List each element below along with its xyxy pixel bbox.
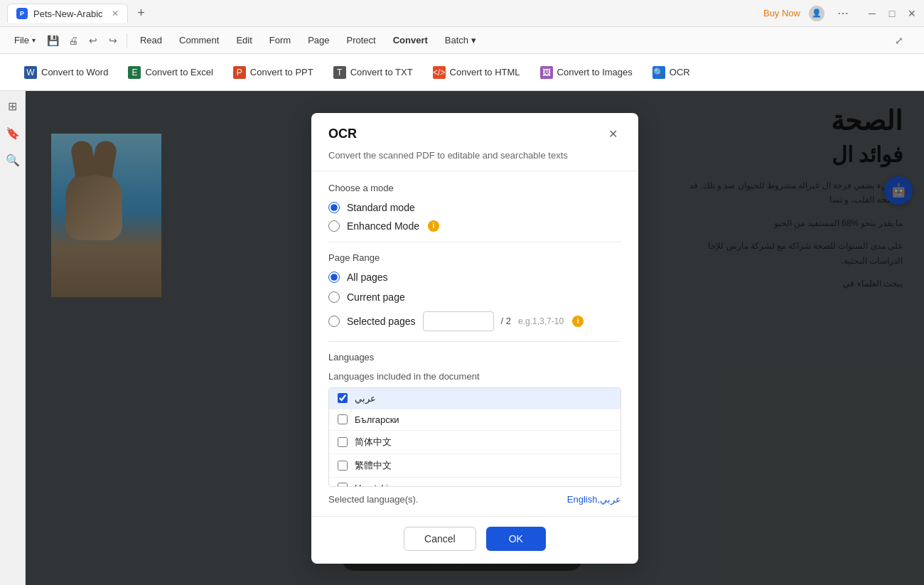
lang-item-bulgarian[interactable]: Български	[329, 409, 621, 431]
menu-read[interactable]: Read	[133, 32, 169, 48]
lang-checkbox-bulgarian[interactable]	[338, 414, 348, 424]
lang-checkbox-croatian[interactable]	[338, 483, 348, 487]
lang-checkbox-chinese-simplified[interactable]	[338, 437, 348, 447]
tab-title: Pets-New-Arabic	[33, 9, 103, 19]
convert-images-button[interactable]: 🖼 Convert to Images	[530, 62, 643, 83]
enhanced-mode-radio[interactable]	[328, 220, 340, 232]
page-range-input[interactable]	[423, 311, 494, 331]
page-example: e.g.1,3,7-10	[518, 316, 564, 326]
file-label: File	[14, 35, 29, 45]
mode-radio-group: Standard mode Enhanced Mode i	[328, 202, 621, 232]
selected-language-values: English,عربي	[567, 494, 621, 505]
ocr-dialog: OCR ✕ Convert the scanned PDF to editabl…	[311, 113, 638, 564]
all-pages-radio[interactable]	[328, 272, 340, 283]
modal-header: OCR ✕	[311, 113, 638, 150]
convert-txt-label: Convert to TXT	[350, 67, 413, 77]
convert-ppt-button[interactable]: P Convert to PPT	[223, 62, 323, 83]
ocr-button[interactable]: 🔍 OCR	[643, 62, 700, 83]
choose-mode-label: Choose a mode	[328, 183, 621, 193]
redo-icon[interactable]: ↪	[105, 33, 121, 48]
left-sidebar: ⊞ 🔖 🔍	[0, 91, 26, 585]
lang-item-chinese-simplified[interactable]: 简体中文	[329, 431, 621, 454]
more-options-button[interactable]: ⋯	[833, 5, 853, 21]
minimize-button[interactable]: ─	[867, 9, 877, 18]
all-pages-option[interactable]: All pages	[328, 272, 621, 283]
selected-pages-row: Selected pages / 2 e.g.1,3,7-10 i	[328, 311, 621, 331]
lang-checkbox-chinese-traditional[interactable]	[338, 461, 348, 471]
menu-edit[interactable]: Edit	[229, 32, 259, 48]
bookmarks-icon[interactable]: 🔖	[5, 125, 21, 141]
modal-overlay: OCR ✕ Convert the scanned PDF to editabl…	[26, 91, 924, 585]
modal-body: Choose a mode Standard mode Enhanced Mod…	[311, 171, 638, 516]
lang-item-chinese-traditional[interactable]: 繁體中文	[329, 454, 621, 478]
pdf-area: الصحة فوائد ال لا شيء يضفي فرحة ال غيرال…	[26, 91, 924, 585]
active-tab[interactable]: P Pets-New-Arabic ✕	[7, 4, 128, 23]
menu-divider	[127, 33, 127, 48]
undo-icon[interactable]: ↩	[85, 33, 101, 48]
expand-icon[interactable]: ⤢	[891, 33, 907, 48]
menu-page[interactable]: Page	[301, 32, 336, 48]
page-range-options: All pages Current page Selected pages / …	[328, 272, 621, 331]
menu-comment[interactable]: Comment	[172, 32, 226, 48]
menu-protect[interactable]: Protect	[340, 32, 383, 48]
selected-pages-radio[interactable]	[328, 316, 340, 327]
menu-convert[interactable]: Convert	[386, 32, 435, 48]
buy-now-link[interactable]: Buy Now	[763, 8, 800, 18]
app-logo: P	[16, 8, 28, 19]
ppt-icon: P	[233, 66, 246, 79]
save-icon[interactable]: 💾	[45, 33, 61, 48]
convert-html-button[interactable]: </> Convert to HTML	[423, 62, 530, 83]
lang-label-chinese-simplified: 简体中文	[355, 436, 392, 449]
window-controls: ─ □ ✕	[867, 9, 917, 18]
selected-languages-label: Selected language(s).	[328, 494, 418, 505]
page-range-info-icon[interactable]: i	[572, 316, 584, 327]
standard-mode-option[interactable]: Standard mode	[328, 202, 621, 213]
maximize-button[interactable]: □	[887, 9, 897, 18]
cancel-button[interactable]: Cancel	[404, 527, 476, 551]
toolbar: W Convert to Word E Convert to Excel P C…	[0, 54, 924, 91]
excel-icon: E	[128, 66, 141, 79]
enhanced-mode-label: Enhanced Mode	[347, 220, 419, 232]
convert-word-button[interactable]: W Convert to Word	[14, 62, 118, 83]
modal-title: OCR	[328, 127, 357, 141]
standard-mode-label: Standard mode	[347, 202, 415, 213]
lang-item-croatian[interactable]: Hrvatski	[329, 478, 621, 487]
new-tab-button[interactable]: +	[132, 4, 151, 23]
close-button[interactable]: ✕	[907, 9, 917, 18]
current-page-label: Current page	[347, 291, 405, 303]
standard-mode-radio[interactable]	[328, 202, 340, 213]
lang-item-arabic[interactable]: عربي	[329, 388, 621, 409]
lang-label-arabic: عربي	[355, 393, 376, 404]
all-pages-label: All pages	[347, 272, 388, 283]
current-page-radio[interactable]	[328, 291, 340, 303]
convert-html-label: Convert to HTML	[450, 67, 520, 77]
pages-icon[interactable]: ⊞	[5, 98, 21, 114]
user-avatar[interactable]: 👤	[809, 6, 824, 21]
ok-button[interactable]: OK	[486, 527, 546, 551]
current-page-option[interactable]: Current page	[328, 291, 621, 303]
titlebar: P Pets-New-Arabic ✕ + Buy Now 👤 ⋯ ─ □ ✕	[0, 0, 924, 27]
images-icon: 🖼	[540, 66, 553, 79]
file-chevron: ▾	[32, 36, 36, 44]
enhanced-mode-info-icon[interactable]: i	[428, 220, 439, 232]
language-list: عربي Български 简体中文	[328, 387, 621, 487]
word-icon: W	[24, 66, 37, 79]
menu-batch[interactable]: Batch ▾	[438, 32, 483, 48]
enhanced-mode-option[interactable]: Enhanced Mode i	[328, 220, 621, 232]
file-menu[interactable]: File ▾	[7, 32, 43, 48]
menu-form[interactable]: Form	[262, 32, 298, 48]
convert-excel-button[interactable]: E Convert to Excel	[118, 62, 222, 83]
lang-checkbox-arabic[interactable]	[338, 393, 348, 403]
languages-section: Languages Languages included in the docu…	[328, 352, 621, 505]
modal-close-button[interactable]: ✕	[604, 126, 621, 143]
search-icon[interactable]: 🔍	[5, 152, 21, 168]
tab-close-button[interactable]: ✕	[112, 9, 119, 18]
ocr-label: OCR	[670, 67, 690, 77]
lang-label-bulgarian: Български	[355, 414, 399, 425]
ocr-icon: 🔍	[652, 66, 665, 79]
languages-heading: Languages	[328, 352, 621, 363]
convert-txt-button[interactable]: T Convert to TXT	[323, 62, 423, 83]
selected-pages-label: Selected pages	[347, 316, 416, 327]
selected-languages-row: Selected language(s). English,عربي	[328, 494, 621, 505]
print-icon[interactable]: 🖨	[65, 33, 81, 48]
